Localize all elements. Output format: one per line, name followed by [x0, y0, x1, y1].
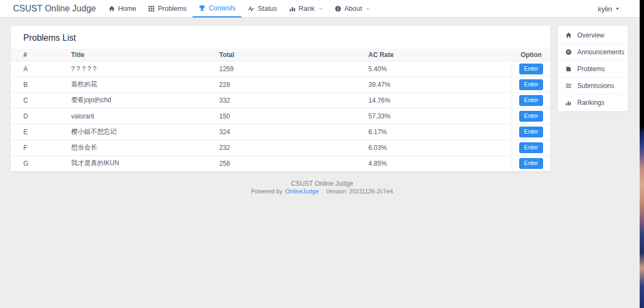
sidebar-item-submissions[interactable]: Submissions — [558, 77, 628, 94]
rankings-icon — [565, 99, 572, 106]
chevron-down-icon — [366, 7, 370, 11]
book-icon — [565, 66, 572, 72]
problem-title: ? ? ? ? ? — [59, 61, 207, 77]
problem-title: 我才是真的IKUN — [59, 155, 207, 171]
nav-item-label: Problems — [158, 5, 187, 12]
username: kylin — [598, 5, 612, 13]
problem-total: 332 — [207, 92, 356, 108]
option-cell: Enter — [512, 140, 550, 156]
sidebar-item-problems[interactable]: Problems — [558, 60, 628, 77]
enter-button[interactable]: Enter — [519, 95, 543, 105]
option-cell: Enter — [512, 156, 550, 172]
option-cell: Enter — [512, 109, 550, 124]
sidebar-item-label: Rankings — [577, 99, 604, 106]
sidebar-item-announcements[interactable]: Announcements — [558, 43, 628, 60]
option-cell: Enter — [512, 124, 550, 140]
nav-item-status[interactable]: Status — [241, 0, 283, 17]
sidebar-item-label: Submissions — [577, 82, 614, 90]
footer: CSUST Online Judge Powered by OnlineJudg… — [0, 180, 644, 195]
option-cell: Enter — [512, 61, 550, 77]
grid-icon — [148, 5, 155, 12]
problem-ac-rate: 5.40% — [356, 61, 511, 77]
nav-item-rank[interactable]: Rank — [283, 0, 329, 17]
brand[interactable]: CSUST Online Judge — [13, 4, 96, 14]
problem-title: 想当会长 — [59, 140, 207, 155]
problem-total: 1259 — [207, 61, 356, 77]
problem-total: 324 — [207, 124, 356, 140]
problem-title: 爱看jojo的chd — [59, 92, 207, 108]
contest-sidebar: OverviewAnnouncementsProblemsSubmissions… — [558, 26, 628, 111]
option-cell: Enter — [512, 93, 550, 109]
problem-total: 258 — [207, 155, 356, 171]
table-row: C爱看jojo的chd33214.76% — [11, 92, 511, 108]
desktop-wallpaper-edge — [640, 0, 644, 308]
problem-id: D — [11, 108, 59, 124]
page-title: Problems List — [11, 26, 550, 49]
nav-item-label: Status — [258, 5, 277, 12]
problem-title: 嘉然的花 — [59, 77, 207, 92]
user-menu[interactable]: kylin — [598, 5, 620, 13]
info-icon — [335, 5, 341, 12]
problem-ac-rate: 6.17% — [356, 124, 511, 140]
trophy-icon — [199, 5, 206, 12]
navbar: CSUST Online Judge HomeProblemsContestsS… — [0, 0, 644, 18]
column-header-ac-rate: AC Rate — [356, 49, 511, 61]
home-icon — [109, 5, 115, 12]
problems-table: # Title Total AC Rate A? ? ? ? ?12595.40… — [11, 49, 550, 172]
problem-id: C — [11, 92, 59, 108]
caret-down-icon — [615, 6, 620, 11]
table-row: Dvalorant15057.33% — [11, 108, 511, 124]
table-row: F想当会长2326.03% — [11, 140, 511, 155]
nav-item-label: Rank — [299, 5, 315, 12]
problem-ac-rate: 57.33% — [356, 108, 511, 124]
problem-ac-rate: 4.85% — [356, 155, 511, 171]
nav-item-label: About — [345, 5, 362, 12]
table-row: G我才是真的IKUN2584.85% — [11, 155, 511, 171]
problem-ac-rate: 39.47% — [356, 77, 511, 92]
enter-button[interactable]: Enter — [519, 111, 543, 121]
version-text: Version: 20211126-2c7e4 — [326, 188, 393, 194]
sidebar-item-rankings[interactable]: Rankings — [558, 94, 628, 111]
content-area: Problems List # Title Total AC Rate A? ?… — [0, 18, 644, 172]
problem-id: A — [11, 61, 59, 77]
problem-ac-rate: 14.76% — [356, 92, 511, 108]
column-header-id: # — [11, 49, 59, 61]
bar-chart-icon — [289, 5, 296, 12]
problem-total: 150 — [207, 108, 356, 124]
problem-title: valorant — [59, 108, 207, 124]
problem-id: E — [11, 124, 59, 140]
sidebar-item-overview[interactable]: Overview — [558, 27, 628, 43]
chevron-down-icon — [318, 7, 323, 11]
problem-id: B — [11, 77, 59, 92]
nav-item-label: Contests — [209, 4, 235, 12]
table-header-row: # Title Total AC Rate — [11, 49, 511, 61]
problems-card: Problems List # Title Total AC Rate A? ?… — [11, 26, 550, 172]
problem-id: G — [11, 155, 59, 171]
problem-id: F — [11, 140, 59, 155]
list-icon — [565, 83, 572, 89]
enter-button[interactable]: Enter — [519, 127, 543, 137]
footer-credits: Powered by OnlineJudge Version: 20211126… — [0, 188, 644, 195]
home-icon — [565, 32, 572, 39]
main-nav: HomeProblemsContestsStatusRankAbout — [103, 0, 377, 17]
enter-button[interactable]: Enter — [519, 79, 543, 90]
column-header-title: Title — [59, 49, 207, 61]
nav-item-home[interactable]: Home — [103, 0, 142, 17]
nav-item-contests[interactable]: Contests — [193, 0, 241, 17]
nav-item-about[interactable]: About — [329, 0, 377, 17]
problem-ac-rate: 6.03% — [356, 140, 511, 155]
table-row: E樱小姐不想忘记3246.17% — [11, 124, 511, 140]
sidebar-item-label: Overview — [577, 32, 604, 39]
enter-button[interactable]: Enter — [519, 158, 543, 168]
sidebar-item-label: Announcements — [577, 48, 624, 56]
nav-item-label: Home — [118, 5, 136, 12]
column-header-option: Option — [512, 49, 550, 61]
option-cell: Enter — [512, 77, 550, 93]
pulse-icon — [247, 5, 254, 12]
enter-button[interactable]: Enter — [519, 64, 543, 74]
table-row: A? ? ? ? ?12595.40% — [11, 61, 511, 77]
problem-title: 樱小姐不想忘记 — [59, 124, 207, 140]
onlinejudge-link[interactable]: OnlineJudge — [285, 188, 319, 194]
nav-item-problems[interactable]: Problems — [142, 0, 193, 17]
enter-button[interactable]: Enter — [519, 142, 543, 153]
